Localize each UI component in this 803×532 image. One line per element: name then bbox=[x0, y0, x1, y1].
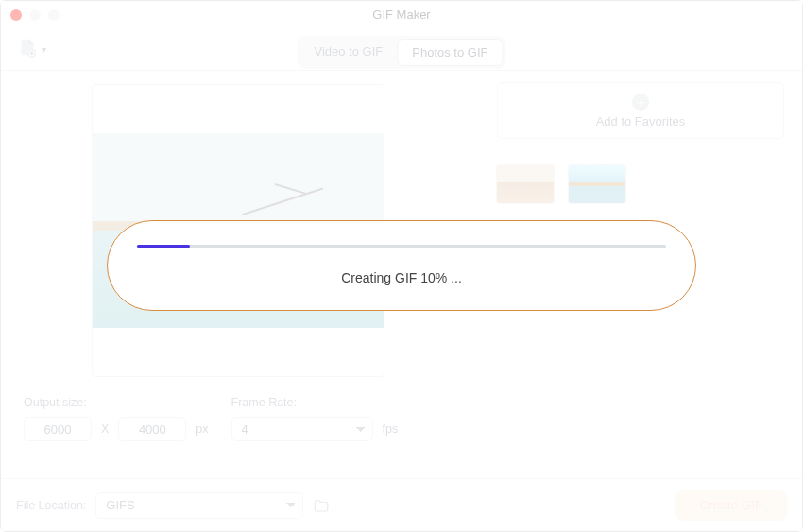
progress-dialog: Creating GIF 10% ... bbox=[107, 220, 696, 311]
progress-bar-fill bbox=[137, 245, 190, 248]
progress-text: Creating GIF 10% ... bbox=[341, 270, 462, 285]
app-window: GIF Maker ▾ Video to GIF Photos to GIF bbox=[0, 0, 803, 532]
progress-bar bbox=[137, 245, 666, 248]
